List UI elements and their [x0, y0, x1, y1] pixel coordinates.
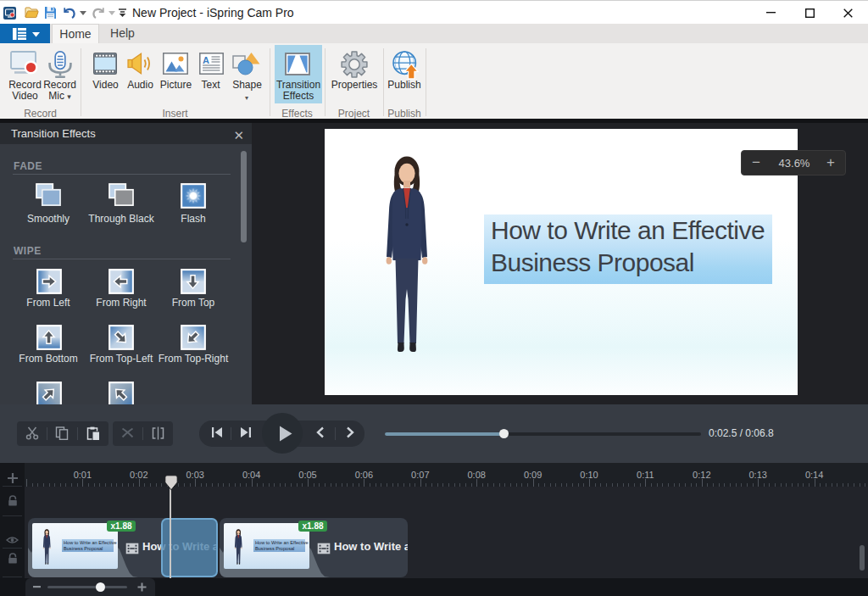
svg-text:A: A — [203, 55, 209, 65]
